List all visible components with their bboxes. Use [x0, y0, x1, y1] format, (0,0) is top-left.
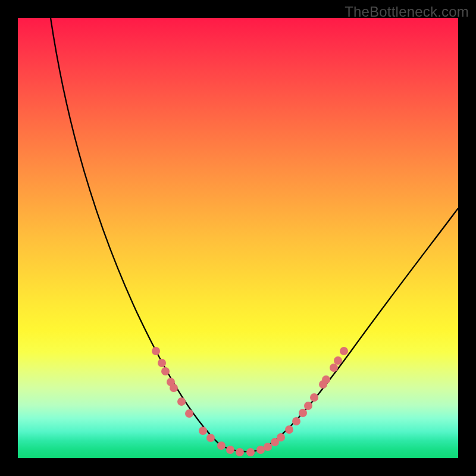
marker-dot	[304, 402, 312, 410]
marker-dot	[340, 347, 348, 355]
marker-dot	[277, 433, 285, 441]
marker-dot	[299, 409, 307, 417]
marker-dot	[177, 397, 186, 406]
marker-dot	[152, 347, 160, 355]
marker-dot	[206, 434, 215, 442]
marker-dot	[161, 367, 170, 375]
marker-dot	[292, 417, 300, 425]
marker-dot	[185, 409, 193, 418]
marker-dot	[264, 443, 272, 451]
marker-dot	[246, 448, 255, 456]
marker-dot	[256, 446, 265, 454]
marker-dot	[236, 448, 244, 456]
plot-area	[18, 18, 458, 458]
marker-dot	[310, 393, 318, 402]
curve-markers	[152, 347, 348, 456]
bottleneck-curve-path	[51, 18, 458, 452]
marker-dot	[170, 384, 178, 392]
marker-dot	[226, 446, 234, 454]
watermark-text: TheBottleneck.com	[345, 4, 469, 20]
marker-dot	[285, 425, 293, 434]
chart-frame: TheBottleneck.com	[0, 0, 476, 476]
marker-dot	[334, 356, 342, 365]
marker-dot	[330, 364, 338, 372]
marker-dot	[217, 441, 226, 450]
bottleneck-curve-svg	[18, 18, 458, 458]
marker-dot	[158, 359, 166, 367]
marker-dot	[199, 427, 207, 435]
marker-dot	[322, 375, 330, 384]
